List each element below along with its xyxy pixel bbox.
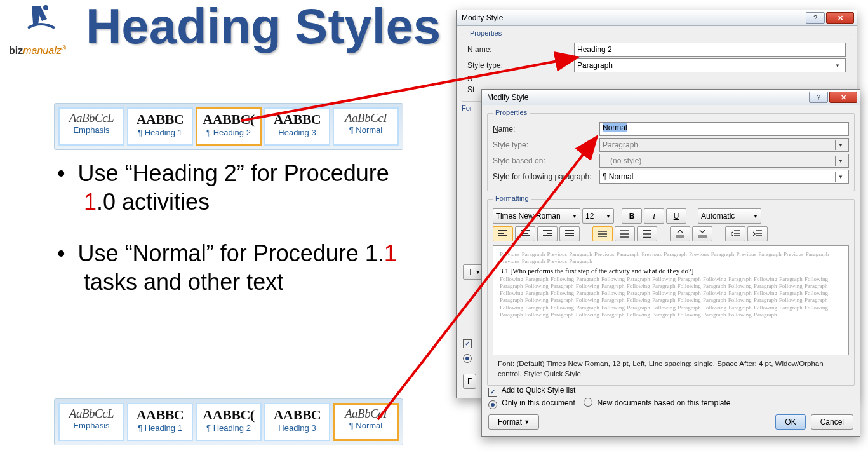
style-label: ¶ Normal <box>334 421 397 430</box>
style-type-combo[interactable]: Paragraph▼ <box>574 58 846 72</box>
add-quickstyle-checkbox[interactable]: ✓ <box>488 388 497 397</box>
format-button[interactable]: Format ▼ <box>488 414 539 430</box>
style-type-label: Style type: <box>493 140 599 149</box>
chevron-down-icon: ▼ <box>835 140 846 150</box>
preview-sample-text: 3.1 [Who performs the first step of the … <box>500 267 842 275</box>
bullet-2-red: 1 <box>384 240 397 266</box>
chevron-down-icon: ▼ <box>832 60 843 71</box>
style-cell--normal[interactable]: AaBbCcI¶ Normal <box>333 403 399 441</box>
style-label: Emphasis <box>60 125 123 135</box>
style-cell-emphasis[interactable]: AaBbCcLEmphasis <box>58 107 124 146</box>
style-sample: AABBC( <box>197 111 260 128</box>
cancel-button[interactable]: Cancel <box>811 414 853 430</box>
style-cell--heading-1[interactable]: AABBC¶ Heading 1 <box>127 403 193 441</box>
align-center-button[interactable] <box>515 226 535 241</box>
style-label: Emphasis <box>60 421 123 430</box>
dialog-titlebar[interactable]: Modify Style ? ✕ <box>482 90 860 105</box>
linespace-1-button[interactable] <box>592 226 613 241</box>
dialog-title: Modify Style <box>462 13 805 22</box>
chevron-down-icon: ▼ <box>606 214 611 219</box>
bullet-1: • Use “Heading 2” for Procedure 1.0 acti… <box>57 159 413 216</box>
style-sample: AABBC( <box>197 407 260 423</box>
style-label: Heading 3 <box>265 423 329 433</box>
style-cell-heading-3[interactable]: AABBCHeading 3 <box>264 403 330 441</box>
font-name-combo[interactable]: Times New Roman▼ <box>493 208 580 224</box>
indent-increase-button[interactable] <box>747 226 768 241</box>
style-type-label: Style type: <box>467 61 574 70</box>
modify-style-dialog-normal: Modify Style ? ✕ Properties Name: Normal… <box>481 89 860 437</box>
style-sample: AaBbCcI <box>334 111 397 125</box>
dialog-footer: ✓ Add to Quick Style list Only in this d… <box>482 379 860 436</box>
style-type-value: Paragraph <box>603 140 638 149</box>
format-button-peek[interactable]: F <box>463 374 476 389</box>
style-label: ¶ Heading 2 <box>197 128 260 137</box>
linespace-1.5-button[interactable] <box>615 226 635 241</box>
style-description: Font: (Default) Times New Roman, 12 pt, … <box>498 359 844 379</box>
style-cell--heading-1[interactable]: AABBC¶ Heading 1 <box>127 107 193 146</box>
align-justify-button[interactable] <box>559 226 580 241</box>
space-before-dec-button[interactable] <box>692 226 712 241</box>
close-icon[interactable]: ✕ <box>829 92 857 103</box>
align-right-button[interactable] <box>537 226 558 241</box>
ok-button[interactable]: OK <box>775 414 805 430</box>
indent-decrease-button[interactable] <box>725 226 745 241</box>
close-icon[interactable]: ✕ <box>826 12 854 24</box>
style-basedon-label: Style based on: <box>493 156 599 165</box>
logo-text-biz: biz <box>9 45 23 56</box>
style-label: ¶ Normal <box>334 125 397 135</box>
bullet-2-pre: Use “Normal” for Procedure 1. <box>78 240 384 266</box>
formatting-group: Formatting Times New Roman▼ 12▼ B I U Au… <box>487 199 855 386</box>
style-cell-heading-3[interactable]: AABBCHeading 3 <box>264 107 330 146</box>
italic-button[interactable]: I <box>644 208 664 224</box>
style-name-input[interactable] <box>574 43 846 57</box>
style-name-value: Normal <box>603 123 627 132</box>
only-doc-peek[interactable] <box>463 354 472 363</box>
underline-button[interactable]: U <box>666 208 686 224</box>
logo-text-manualz: manualz <box>23 45 61 56</box>
font-size-combo[interactable]: 12▼ <box>582 208 614 224</box>
font-color-value: Automatic <box>701 212 735 221</box>
only-document-radio[interactable] <box>488 400 497 409</box>
style-sample: AaBbCcL <box>60 111 123 125</box>
help-icon[interactable]: ? <box>809 92 828 103</box>
page-title: Heading Styles <box>86 0 441 55</box>
new-template-label: New documents based on this template <box>597 398 730 407</box>
style-label: ¶ Heading 2 <box>197 423 260 433</box>
name-label: N ame: <box>467 45 574 54</box>
help-icon[interactable]: ? <box>806 12 825 24</box>
style-following-value: ¶ Normal <box>603 172 633 181</box>
font-size: 12 <box>585 212 594 221</box>
space-before-inc-button[interactable] <box>670 226 690 241</box>
font-name: Times New Roman <box>496 212 561 221</box>
new-template-radio[interactable] <box>584 398 592 407</box>
style-sample: AABBC <box>265 407 329 423</box>
align-left-button[interactable] <box>493 226 513 241</box>
style-sample: AABBC <box>128 111 192 128</box>
add-quickstyle-peek[interactable]: ✓ <box>463 339 472 348</box>
bullet-2-post: tasks and other text <box>84 269 283 295</box>
dialog-titlebar[interactable]: Modify Style ? ✕ <box>457 10 857 26</box>
style-label: ¶ Heading 1 <box>128 423 192 433</box>
dialog-title: Modify Style <box>487 93 808 102</box>
style-following-combo[interactable]: ¶ Normal▼ <box>599 170 849 184</box>
name-label: Name: <box>493 125 599 133</box>
style-cell--heading-2[interactable]: AABBC(¶ Heading 2 <box>196 107 262 146</box>
linespace-2-button[interactable] <box>637 226 657 241</box>
style-sample: AaBbCcL <box>60 407 123 421</box>
font-color-combo[interactable]: Automatic▼ <box>698 208 761 224</box>
style-preview: Previous Paragraph Previous Paragraph Pr… <box>493 245 849 355</box>
bullet-1-red: 1 <box>84 189 97 215</box>
bullet-2: • Use “Normal” for Procedure 1.1 tasks a… <box>57 239 413 296</box>
style-name-input[interactable]: Normal <box>599 122 849 136</box>
bizmanualz-logo: bizmanualz® <box>9 4 76 57</box>
style-type-combo: Paragraph▼ <box>599 138 849 152</box>
preview-follow-ghost: Following Paragraph Following Paragraph … <box>500 276 842 319</box>
bullet-list: • Use “Heading 2” for Procedure 1.0 acti… <box>57 159 413 319</box>
style-sample: AABBC <box>128 407 192 423</box>
style-basedon-combo: (no style)▼ <box>599 154 849 168</box>
chevron-down-icon: ▼ <box>572 214 577 219</box>
style-cell--heading-2[interactable]: AABBC(¶ Heading 2 <box>196 403 262 441</box>
style-cell-emphasis[interactable]: AaBbCcLEmphasis <box>58 403 124 441</box>
style-cell--normal[interactable]: AaBbCcI¶ Normal <box>333 107 399 146</box>
bold-button[interactable]: B <box>622 208 642 224</box>
